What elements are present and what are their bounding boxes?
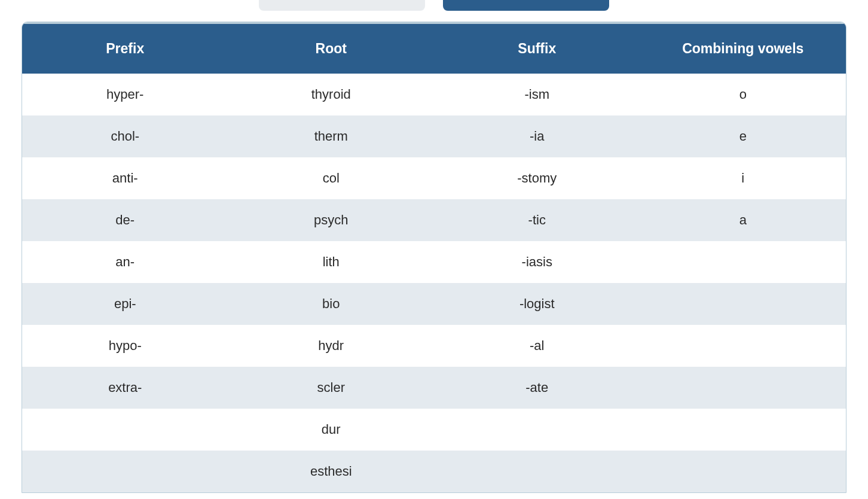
cell-suffix: -stomy <box>434 157 640 199</box>
cell-prefix: epi- <box>22 283 228 325</box>
cell-root: therm <box>228 115 435 157</box>
table-header-row: Prefix Root Suffix Combining vowels <box>22 23 846 74</box>
button-left[interactable] <box>259 0 425 11</box>
cell-vowel: i <box>640 157 846 199</box>
cell-prefix <box>22 409 228 451</box>
header-root: Root <box>228 23 435 74</box>
cell-prefix: extra- <box>22 367 228 409</box>
cell-vowel: o <box>640 74 846 115</box>
table-row: chol- therm -ia e <box>22 115 846 157</box>
cell-vowel: a <box>640 199 846 241</box>
cell-prefix: anti- <box>22 157 228 199</box>
cell-prefix: chol- <box>22 115 228 157</box>
cell-vowel <box>640 283 846 325</box>
word-parts-table: Prefix Root Suffix Combining vowels hype… <box>22 22 846 492</box>
button-right[interactable] <box>443 0 609 11</box>
cell-prefix: hypo- <box>22 325 228 367</box>
table-row: esthesi <box>22 451 846 492</box>
cell-prefix: an- <box>22 241 228 283</box>
cell-vowel: e <box>640 115 846 157</box>
cell-root: hydr <box>228 325 435 367</box>
cell-root: col <box>228 157 435 199</box>
cell-vowel <box>640 325 846 367</box>
cell-root: dur <box>228 409 435 451</box>
cell-vowel <box>640 241 846 283</box>
cell-suffix <box>434 451 640 492</box>
cell-suffix: -al <box>434 325 640 367</box>
word-parts-table-wrapper: Prefix Root Suffix Combining vowels hype… <box>22 22 846 493</box>
cell-prefix <box>22 451 228 492</box>
table-row: epi- bio -logist <box>22 283 846 325</box>
table-body: hyper- thyroid -ism o chol- therm -ia e … <box>22 74 846 492</box>
cell-suffix <box>434 409 640 451</box>
cell-root: thyroid <box>228 74 435 115</box>
table-row: hypo- hydr -al <box>22 325 846 367</box>
table-row: an- lith -iasis <box>22 241 846 283</box>
cell-root: psych <box>228 199 435 241</box>
top-button-row <box>0 0 868 22</box>
cell-prefix: de- <box>22 199 228 241</box>
cell-vowel <box>640 367 846 409</box>
table-row: dur <box>22 409 846 451</box>
table-row: de- psych -tic a <box>22 199 846 241</box>
cell-suffix: -ate <box>434 367 640 409</box>
header-suffix: Suffix <box>434 23 640 74</box>
header-combining-vowels: Combining vowels <box>640 23 846 74</box>
cell-vowel <box>640 409 846 451</box>
cell-suffix: -tic <box>434 199 640 241</box>
cell-suffix: -ism <box>434 74 640 115</box>
cell-suffix: -ia <box>434 115 640 157</box>
table-row: anti- col -stomy i <box>22 157 846 199</box>
cell-vowel <box>640 451 846 492</box>
cell-suffix: -logist <box>434 283 640 325</box>
header-prefix: Prefix <box>22 23 228 74</box>
cell-prefix: hyper- <box>22 74 228 115</box>
cell-root: esthesi <box>228 451 435 492</box>
table-row: hyper- thyroid -ism o <box>22 74 846 115</box>
table-row: extra- scler -ate <box>22 367 846 409</box>
cell-root: bio <box>228 283 435 325</box>
cell-root: scler <box>228 367 435 409</box>
cell-suffix: -iasis <box>434 241 640 283</box>
cell-root: lith <box>228 241 435 283</box>
